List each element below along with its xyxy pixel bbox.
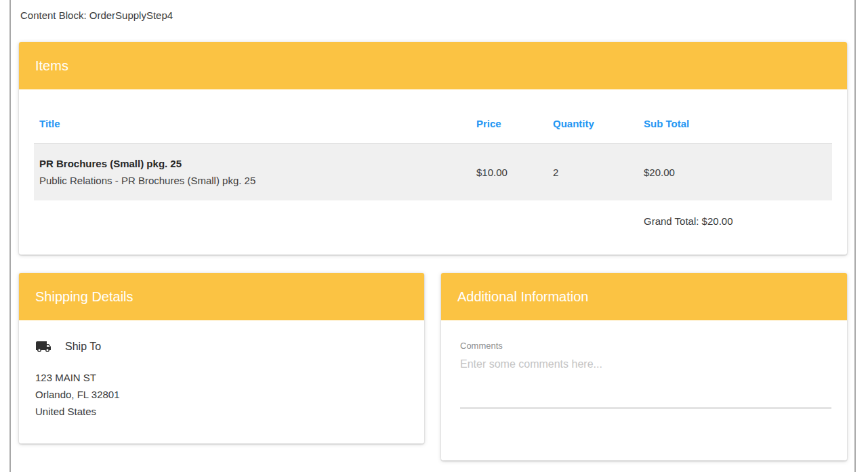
items-table-header-row: Title Price Quantity Sub Total [34, 89, 832, 144]
items-card-header: Items [19, 42, 847, 89]
ship-to-row: Ship To [35, 339, 408, 355]
grand-total-spacer [34, 215, 476, 227]
shipping-card-header: Shipping Details [19, 273, 424, 320]
item-table-row: PR Brochures (Small) pkg. 25 Public Rela… [34, 144, 832, 200]
comments-label: Comments [460, 341, 831, 351]
comments-input[interactable] [460, 358, 831, 408]
content-block-panel: Content Block: OrderSupplyStep4 Items Ti… [0, 0, 868, 472]
shipping-card-title: Shipping Details [35, 289, 133, 305]
grand-total-row: Grand Total: $20.00 [34, 215, 832, 227]
column-header-quantity: Quantity [553, 118, 644, 129]
address-line-2: Orlando, FL 32801 [35, 386, 408, 403]
shipping-address: 123 MAIN ST Orlando, FL 32801 United Sta… [35, 369, 408, 420]
shipping-truck-icon [35, 339, 51, 355]
items-card-title: Items [35, 58, 68, 74]
additional-card-body: Comments [441, 320, 847, 408]
ship-to-label: Ship To [65, 341, 101, 353]
shipping-details-card: Shipping Details Ship To 123 MAIN ST Orl… [19, 273, 424, 444]
column-header-subtotal: Sub Total [644, 118, 832, 129]
item-quantity: 2 [553, 167, 644, 178]
column-header-title: Title [34, 118, 476, 129]
item-description: Public Relations - PR Brochures (Small) … [39, 172, 476, 189]
grand-total-text: Grand Total: $20.00 [644, 215, 832, 227]
item-subtotal: $20.00 [644, 167, 832, 178]
shipping-card-body: Ship To 123 MAIN ST Orlando, FL 32801 Un… [19, 320, 424, 420]
items-card: Items Title Price Quantity Sub Total PR … [19, 42, 847, 255]
item-price: $10.00 [476, 167, 553, 178]
panel-left-border [9, 0, 11, 472]
item-title-cell: PR Brochures (Small) pkg. 25 Public Rela… [34, 155, 476, 189]
additional-information-card: Additional Information Comments [441, 273, 847, 460]
additional-card-header: Additional Information [441, 273, 847, 320]
items-table: Title Price Quantity Sub Total PR Brochu… [34, 89, 832, 227]
additional-card-title: Additional Information [457, 289, 588, 305]
item-title: PR Brochures (Small) pkg. 25 [39, 155, 476, 172]
panel-right-border [854, 0, 856, 472]
column-header-price: Price [476, 118, 553, 129]
page-title: Content Block: OrderSupplyStep4 [20, 9, 173, 21]
address-line-3: United States [35, 403, 408, 420]
address-line-1: 123 MAIN ST [35, 369, 408, 386]
